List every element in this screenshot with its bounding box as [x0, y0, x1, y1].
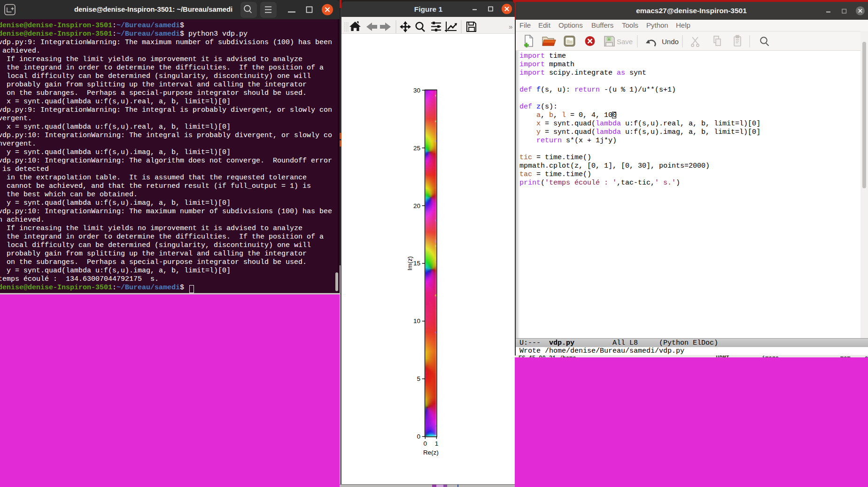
- svg-text:Undo: Undo: [662, 38, 679, 46]
- svg-text:0: 0: [424, 440, 427, 447]
- svg-text:Re(z): Re(z): [423, 449, 439, 456]
- svg-text:0: 0: [417, 433, 420, 440]
- svg-text:30: 30: [413, 87, 420, 94]
- svg-text:10: 10: [413, 317, 420, 325]
- svg-text:25: 25: [413, 145, 420, 152]
- svg-text:20: 20: [413, 202, 420, 209]
- svg-text:1: 1: [435, 440, 438, 447]
- svg-text:Im(z): Im(z): [406, 256, 413, 271]
- svg-text:5: 5: [417, 375, 420, 382]
- svg-text:»: »: [509, 23, 512, 31]
- svg-text:Save: Save: [617, 38, 633, 46]
- svg-text:15: 15: [413, 260, 420, 267]
